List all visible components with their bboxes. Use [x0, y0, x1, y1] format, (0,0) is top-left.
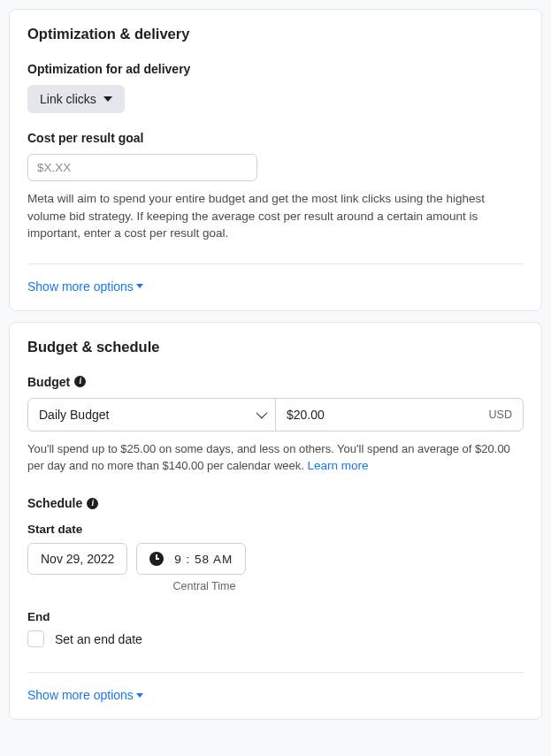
cost-goal-field: Cost per result goal Meta will aim to sp…: [27, 131, 524, 242]
ad-delivery-label: Optimization for ad delivery: [27, 62, 524, 76]
divider: [27, 263, 524, 264]
start-date-field: Start date Nov 29, 2022 9 : 58 AM Centra…: [27, 523, 524, 592]
ad-delivery-value: Link clicks: [40, 92, 96, 106]
end-checkbox-row: Set an end date: [27, 630, 524, 647]
start-time-input[interactable]: 9 : 58 AM: [136, 543, 246, 575]
clock-icon: [149, 552, 164, 566]
start-date-input[interactable]: Nov 29, 2022: [27, 543, 127, 575]
schedule-label: Schedule i: [27, 496, 524, 510]
end-label: End: [27, 610, 524, 623]
budget-amount-wrapper: USD: [276, 399, 523, 431]
budget-currency: USD: [489, 409, 512, 421]
budget-amount-input[interactable]: [287, 408, 375, 422]
chevron-down-icon: [103, 96, 112, 102]
chevron-down-icon: [136, 284, 143, 288]
chevron-down-icon: [136, 693, 143, 698]
info-icon[interactable]: i: [87, 498, 98, 509]
show-more-options-link[interactable]: Show more options: [27, 279, 143, 294]
budget-row: Daily Budget USD: [27, 398, 524, 431]
budget-field: Budget i Daily Budget USD You'll spend u…: [27, 375, 524, 476]
ad-delivery-dropdown[interactable]: Link clicks: [27, 85, 125, 113]
cost-goal-input[interactable]: [27, 154, 257, 181]
budget-label: Budget i: [27, 375, 524, 389]
chevron-down-icon: [256, 408, 268, 419]
optimization-title: Optimization & delivery: [27, 26, 524, 42]
end-date-checkbox[interactable]: [27, 630, 44, 647]
datetime-row: Nov 29, 2022 9 : 58 AM: [27, 543, 524, 575]
show-more-options-link[interactable]: Show more options: [27, 688, 143, 702]
budget-title: Budget & schedule: [27, 339, 524, 355]
optimization-delivery-card: Optimization & delivery Optimization for…: [9, 9, 542, 311]
cost-goal-help: Meta will aim to spend your entire budge…: [27, 190, 524, 242]
budget-schedule-card: Budget & schedule Budget i Daily Budget …: [9, 322, 542, 721]
ad-delivery-field: Optimization for ad delivery Link clicks: [27, 62, 524, 113]
end-field: End Set an end date: [27, 610, 524, 647]
learn-more-link[interactable]: Learn more: [308, 459, 369, 472]
end-date-checkbox-label: Set an end date: [55, 632, 142, 646]
budget-type-select[interactable]: Daily Budget: [28, 399, 276, 431]
timezone-label: Central Time: [155, 580, 254, 592]
divider: [27, 672, 524, 673]
budget-help: You'll spend up to $25.00 on some days, …: [27, 440, 524, 476]
cost-goal-label: Cost per result goal: [27, 131, 524, 145]
info-icon[interactable]: i: [74, 376, 86, 387]
start-date-label: Start date: [27, 523, 524, 536]
